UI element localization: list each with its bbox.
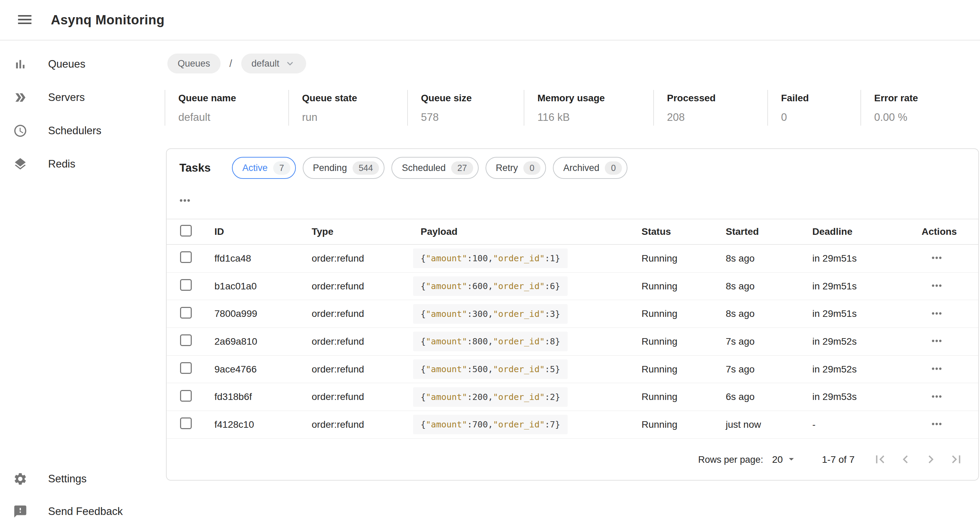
double-arrow-icon [13,90,27,105]
task-payload-cell: {"amount":200,"order_id":2} [413,387,641,407]
sidebar-item-schedulers[interactable]: Schedulers [0,114,166,147]
clock-icon [13,124,27,138]
first-page-button[interactable] [870,449,890,470]
tab-archived[interactable]: Archived0 [553,157,627,179]
stat-value: 0 [781,111,861,124]
row-checkbox[interactable] [180,251,192,263]
task-started-cell: 8s ago [726,253,812,264]
feedback-icon [13,504,27,519]
arrow-drop-down-icon [783,453,797,466]
tab-pending[interactable]: Pending544 [303,157,385,179]
task-actions-cell [921,249,980,268]
next-page-button[interactable] [921,449,941,470]
task-payload-cell: {"amount":300,"order_id":3} [413,304,641,324]
task-started-cell: 6s ago [726,392,812,402]
row-actions-button[interactable] [927,415,946,434]
more-horiz-icon [929,306,944,322]
stat-value: 578 [421,111,524,124]
stat-label: Queue state [302,93,407,104]
breadcrumb: Queues / default [167,54,306,73]
row-checkbox-cell [167,279,215,293]
row-actions-button[interactable] [927,332,946,351]
row-checkbox-cell [167,307,215,321]
tab-count-badge: 7 [273,161,290,175]
task-id-cell: fd318b6f [215,392,312,402]
row-actions-button[interactable] [927,360,946,379]
sidebar-item-send-feedback[interactable]: Send Feedback [0,495,166,528]
table-header-row: IDTypePayloadStatusStartedDeadlineAction… [167,219,978,245]
queue-stat-failed: Failed0 [767,90,861,126]
tab-label: Archived [563,163,599,173]
row-actions-button[interactable] [927,304,946,323]
row-actions-button[interactable] [927,277,946,296]
row-checkbox[interactable] [180,390,192,402]
task-payload-cell: {"amount":800,"order_id":8} [413,331,641,351]
task-started-cell: 8s ago [726,281,812,292]
queue-stat-queue-size: Queue size578 [407,90,524,126]
table-row: 7800a999order:refund{"amount":300,"order… [167,300,978,328]
pagination-controls [870,449,967,470]
sidebar-item-redis[interactable]: Redis [0,147,166,181]
stat-label: Memory usage [538,93,653,104]
task-started-cell: 8s ago [726,308,812,319]
more-horiz-icon [929,362,944,377]
task-deadline-cell: in 29m51s [812,253,921,264]
rows-per-page-select[interactable]: 20 [772,453,797,466]
last-page-button[interactable] [946,449,967,470]
stat-value: default [178,111,288,124]
task-status-cell: Running [641,308,726,319]
queue-selector-chip[interactable]: default [241,54,306,73]
tab-active[interactable]: Active7 [232,157,296,179]
tab-label: Scheduled [402,163,445,173]
more-horiz-icon [929,389,944,405]
row-checkbox-cell [167,417,215,431]
row-checkbox[interactable] [180,417,192,429]
task-status-cell: Running [641,281,726,292]
tab-label: Active [242,163,268,173]
task-actions-cell [921,277,980,296]
task-actions-cell [921,387,980,406]
sidebar-item-queues[interactable]: Queues [0,48,166,81]
chevron-right-icon [923,452,939,468]
row-checkbox[interactable] [180,279,192,291]
sidebar-item-servers[interactable]: Servers [0,81,166,114]
task-state-tabs: Active7Pending544Scheduled27Retry0Archiv… [232,157,627,179]
select-all-checkbox[interactable] [180,225,192,236]
column-header-payload: Payload [413,226,641,237]
table-row: b1ac01a0order:refund{"amount":600,"order… [167,273,978,300]
menu-button[interactable] [10,5,40,35]
task-type-cell: order:refund [312,336,413,347]
chevron-left-icon [897,452,913,468]
sidebar-item-settings[interactable]: Settings [0,462,166,495]
previous-page-button[interactable] [895,449,916,470]
task-type-cell: order:refund [312,253,413,264]
row-checkbox[interactable] [180,335,192,346]
payload-json: {"amount":500,"order_id":5} [413,360,568,379]
breadcrumb-queues-chip[interactable]: Queues [167,54,221,73]
column-header-deadline: Deadline [812,226,921,237]
pagination-range: 1-7 of 7 [822,454,854,465]
tab-retry[interactable]: Retry0 [485,157,546,179]
row-actions-button[interactable] [927,249,946,268]
row-checkbox[interactable] [180,307,192,319]
column-header-status: Status [641,226,726,237]
sidebar-item-label: Settings [48,473,87,485]
tab-scheduled[interactable]: Scheduled27 [391,157,478,179]
bulk-actions-menu-button[interactable] [175,191,195,211]
task-id-cell: f4128c10 [215,419,312,430]
row-actions-button[interactable] [927,387,946,406]
task-type-cell: order:refund [312,392,413,402]
rows-per-page-value: 20 [772,454,783,465]
stat-label: Processed [667,93,767,104]
task-status-cell: Running [641,253,726,264]
rows-per-page-label: Rows per page: [698,455,763,465]
row-checkbox-cell [167,335,215,349]
stat-value: 0.00 % [874,111,980,124]
row-checkbox[interactable] [180,362,192,374]
task-payload-cell: {"amount":700,"order_id":7} [413,415,641,434]
table-row: f4128c10order:refund{"amount":700,"order… [167,411,978,439]
tab-count-badge: 0 [523,161,541,175]
header-checkbox-cell [167,225,215,239]
tasks-header: Tasks Active7Pending544Scheduled27Retry0… [179,157,627,179]
column-header-id: ID [215,226,312,237]
